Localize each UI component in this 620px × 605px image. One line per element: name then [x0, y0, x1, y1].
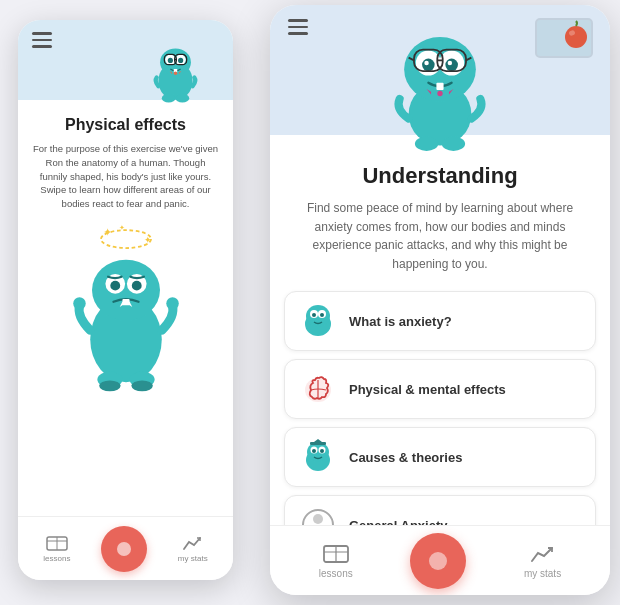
- svg-point-25: [166, 297, 179, 310]
- causes-label: Causes & theories: [349, 450, 462, 465]
- left-description: For the purpose of this exercise we've g…: [32, 142, 219, 211]
- svg-rect-45: [436, 83, 443, 90]
- svg-text:✦: ✦: [118, 224, 124, 232]
- anxiety-icon: [299, 302, 337, 340]
- svg-point-29: [131, 380, 152, 391]
- right-description: Find some peace of mind by learning abou…: [290, 199, 590, 273]
- home-icon-right: [426, 549, 450, 573]
- lessons-nav-left[interactable]: lessons: [43, 534, 70, 563]
- menu-list: What is anxiety? Physical & mental effec…: [270, 291, 610, 555]
- stats-nav-right[interactable]: my stats: [524, 543, 561, 579]
- left-phone: Physical effects For the purpose of this…: [18, 20, 233, 580]
- svg-point-46: [437, 91, 442, 96]
- hamburger-icon-right[interactable]: [288, 19, 308, 35]
- center-nav-btn-left[interactable]: [101, 526, 147, 572]
- anxiety-icon-wrap: [299, 302, 337, 340]
- svg-point-21: [110, 281, 120, 291]
- svg-point-56: [312, 313, 316, 317]
- svg-point-57: [320, 313, 324, 317]
- svg-point-18: [92, 260, 160, 321]
- menu-item-anxiety[interactable]: What is anxiety?: [284, 291, 596, 351]
- stats-label-right: my stats: [524, 568, 561, 579]
- svg-point-10: [162, 94, 176, 103]
- left-content: Physical effects For the purpose of this…: [18, 100, 233, 211]
- svg-point-47: [415, 137, 438, 151]
- svg-point-31: [117, 542, 131, 556]
- menu-item-physical[interactable]: Physical & mental effects: [284, 359, 596, 419]
- svg-point-28: [99, 380, 120, 391]
- lessons-icon-left: [46, 534, 68, 552]
- svg-point-4: [168, 58, 173, 63]
- left-bottom-nav: lessons my stats: [18, 516, 233, 580]
- svg-point-39: [448, 61, 452, 65]
- svg-text:✦: ✦: [102, 225, 111, 237]
- right-top-bar: [270, 5, 610, 135]
- svg-rect-65: [310, 442, 326, 445]
- lessons-nav-right[interactable]: lessons: [319, 543, 353, 579]
- svg-point-48: [442, 137, 465, 151]
- svg-point-5: [178, 58, 183, 63]
- anxiety-label: What is anxiety?: [349, 314, 452, 329]
- svg-point-12: [174, 72, 177, 75]
- center-nav-btn-right[interactable]: [410, 533, 466, 589]
- menu-item-causes[interactable]: Causes & theories: [284, 427, 596, 487]
- left-top-bar: [18, 20, 233, 100]
- monster-big-left: ✦ ✦ ✦: [61, 223, 191, 393]
- home-icon-left: [115, 540, 133, 558]
- svg-point-36: [422, 59, 435, 72]
- svg-point-11: [176, 94, 190, 103]
- svg-point-37: [445, 59, 458, 72]
- right-bottom-nav: lessons my stats: [270, 525, 610, 595]
- svg-point-22: [131, 281, 141, 291]
- brain-icon: [299, 370, 337, 408]
- right-phone: Understanding Find some peace of mind by…: [270, 5, 610, 595]
- svg-point-70: [429, 552, 447, 570]
- lessons-icon-right: [323, 543, 349, 565]
- causes-icon: [299, 438, 337, 476]
- svg-point-63: [312, 449, 316, 453]
- stats-nav-left[interactable]: my stats: [178, 534, 208, 563]
- causes-icon-wrap: [299, 438, 337, 476]
- svg-point-38: [424, 61, 428, 65]
- monster-teacher: [380, 20, 500, 150]
- stats-label-left: my stats: [178, 554, 208, 563]
- right-content: Understanding Find some peace of mind by…: [270, 135, 610, 273]
- lessons-label-left: lessons: [43, 554, 70, 563]
- lessons-label-right: lessons: [319, 568, 353, 579]
- apple-icon: [562, 19, 590, 49]
- svg-point-24: [73, 297, 86, 310]
- physical-label: Physical & mental effects: [349, 382, 506, 397]
- stats-icon-right: [530, 543, 556, 565]
- svg-point-64: [320, 449, 324, 453]
- stats-icon-left: [182, 534, 204, 552]
- right-title: Understanding: [290, 163, 590, 189]
- svg-point-67: [313, 514, 323, 524]
- svg-text:✦: ✦: [143, 235, 151, 245]
- physical-icon-wrap: [299, 370, 337, 408]
- left-title: Physical effects: [32, 116, 219, 134]
- hamburger-icon[interactable]: [32, 32, 52, 48]
- monster-small-left: [148, 45, 203, 105]
- svg-point-50: [565, 26, 587, 48]
